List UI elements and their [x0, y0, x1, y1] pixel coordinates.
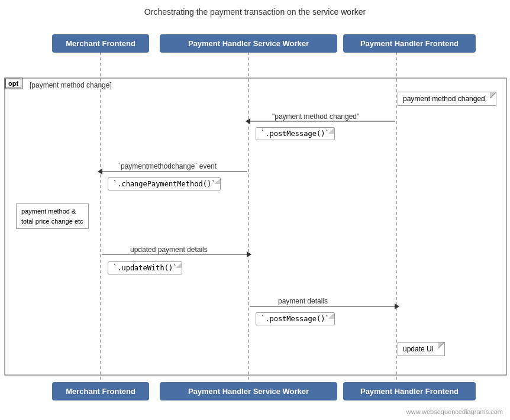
actor-handler-frontend-top: Payment Handler Frontend — [343, 34, 476, 53]
actor-service-worker-top: Payment Handler Service Worker — [160, 34, 337, 53]
actor-merchant-top: Merchant Frontend — [52, 34, 149, 53]
diagram-container: Orchestrating the payment transaction on… — [0, 0, 510, 420]
svg-marker-8 — [98, 169, 102, 175]
opt-condition: [payment method change] — [30, 81, 112, 89]
svg-marker-12 — [395, 303, 399, 309]
update-with-box: `.updateWith()` — [108, 261, 182, 274]
actor-service-worker-bottom: Payment Handler Service Worker — [160, 382, 337, 400]
actor-merchant-bottom: Merchant Frontend — [52, 382, 149, 400]
svg-marker-10 — [247, 251, 251, 257]
post-message-box-1: `.postMessage()` — [256, 127, 335, 140]
diagram-title: Orchestrating the payment transaction on… — [0, 0, 510, 21]
arrow2-label: `paymentmethodchange` event — [118, 162, 217, 170]
svg-marker-6 — [246, 118, 250, 124]
arrow1-label: "payment method changed" — [272, 112, 359, 121]
arrow3-label: updated payment details — [130, 245, 208, 254]
actor-handler-frontend-bottom: Payment Handler Frontend — [343, 382, 476, 400]
opt-label: opt — [5, 79, 21, 88]
payment-method-changed-note: payment method changed — [398, 92, 496, 106]
watermark: www.websequencediagrams.com — [406, 408, 503, 415]
arrow4-label: payment details — [278, 297, 328, 305]
change-payment-method-box: `.changePaymentMethod()` — [108, 177, 221, 190]
post-message-box-2: `.postMessage()` — [256, 312, 335, 325]
side-note: payment method &total price change etc — [16, 203, 89, 229]
update-ui-note: update UI — [398, 342, 445, 356]
